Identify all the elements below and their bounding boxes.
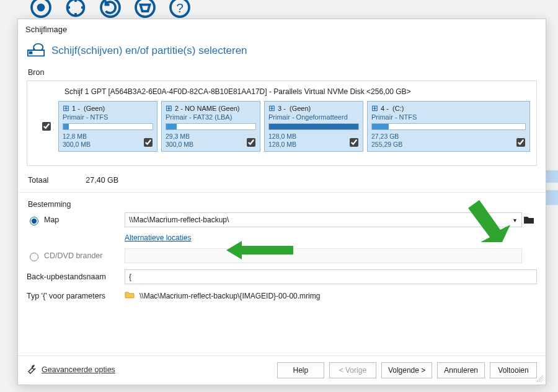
svg-rect-7 [29,51,33,54]
total-label: Totaal [28,176,48,185]
windows-icon: ⊞ [268,104,275,112]
partition-checkbox[interactable] [514,136,527,149]
next-button[interactable]: Volgende > [381,362,432,378]
folder-icon [125,290,135,301]
capacity-bar [371,123,526,130]
partition-list: ⊞1 - (Geen) Primair - NTFS 12,8 MB300,0 … [58,101,530,152]
svg-point-4 [136,0,154,17]
resize-grip[interactable] [536,375,543,382]
svg-point-1 [38,5,44,11]
destination-section-label: Bestemming [28,200,537,209]
total-value: 27,40 GB [86,176,118,185]
folder-radio[interactable]: Map [27,215,125,225]
source-box: Schijf 1 GPT [A564B3A2-6E0A-4F0D-82CA-8B… [27,81,537,166]
dialog-header: Schijf(schijven) en/of partitie(s) selec… [18,39,546,68]
windows-icon: ⊞ [166,104,172,112]
svg-text:?: ? [176,1,184,15]
disk-description: Schijf 1 GPT [A564B3A2-6E0A-4F0D-82CA-8B… [64,87,530,96]
total-row: Totaal 27,40 GB [27,166,537,188]
dialog-title: Schijfimage [18,19,546,39]
cddvd-radio[interactable]: CD/DVD brander [27,251,125,261]
disk-image-icon [27,41,45,59]
partition-card[interactable]: ⊞4 - (C:) Primair - NTFS 27,23 GB255,29 … [367,101,530,152]
partition-checkbox[interactable] [347,136,360,149]
filename-label: Back-upbestandsnaam [27,272,125,281]
resolved-path-text: \\Mac\Macrium-reflect-backup\{IMAGEID}-0… [140,292,320,300]
dialog-footer: Help < Vorige Volgende > Annuleren Volto… [18,355,546,385]
finish-button[interactable]: Voltooien [490,362,537,378]
background-toolbar: ? [30,0,191,19]
destination-path-combo[interactable]: \\Mac\Macrium-reflect-backup\ ▾ [125,212,522,227]
partition-checkbox[interactable] [141,136,154,149]
resolved-path-row: \\Mac\Macrium-reflect-backup\{IMAGEID}-0… [125,290,537,301]
params-hint-label: Typ '{' voor parameters [27,292,125,300]
windows-icon: ⊞ [371,104,378,112]
chevron-down-icon[interactable]: ▾ [511,217,519,224]
partition-checkbox[interactable] [244,136,257,149]
source-section-label: Bron [28,68,537,77]
windows-icon: ⊞ [63,104,69,112]
partition-card[interactable]: ⊞2 - NO NAME (Geen) Primair - FAT32 (LBA… [161,101,260,152]
capacity-bar [268,123,359,130]
disk-select-checkbox[interactable] [33,101,58,152]
background-stripe [546,190,558,205]
help-button[interactable]: Help [277,362,324,378]
dialog-heading: Schijf(schijven) en/of partitie(s) selec… [51,45,247,57]
background-text [0,0,19,392]
previous-button[interactable]: < Vorige [329,362,376,378]
disk-image-dialog: Schijfimage Schijf(schijven) en/of parti… [17,19,546,385]
capacity-bar [166,123,256,130]
cddvd-combo-disabled [125,248,522,263]
alternative-locations-link[interactable]: Alternatieve locaties [125,233,191,242]
partition-card[interactable]: ⊞3 - (Geen) Primair - Ongeformatteerd 12… [264,101,363,152]
backup-filename-input[interactable]: { [125,269,537,284]
capacity-bar [63,123,153,130]
partition-card[interactable]: ⊞1 - (Geen) Primair - NTFS 12,8 MB300,0 … [58,101,157,152]
divider [18,192,546,193]
cancel-button[interactable]: Annuleren [437,362,485,378]
background-stripe [546,170,558,183]
browse-folder-button[interactable] [522,213,536,227]
